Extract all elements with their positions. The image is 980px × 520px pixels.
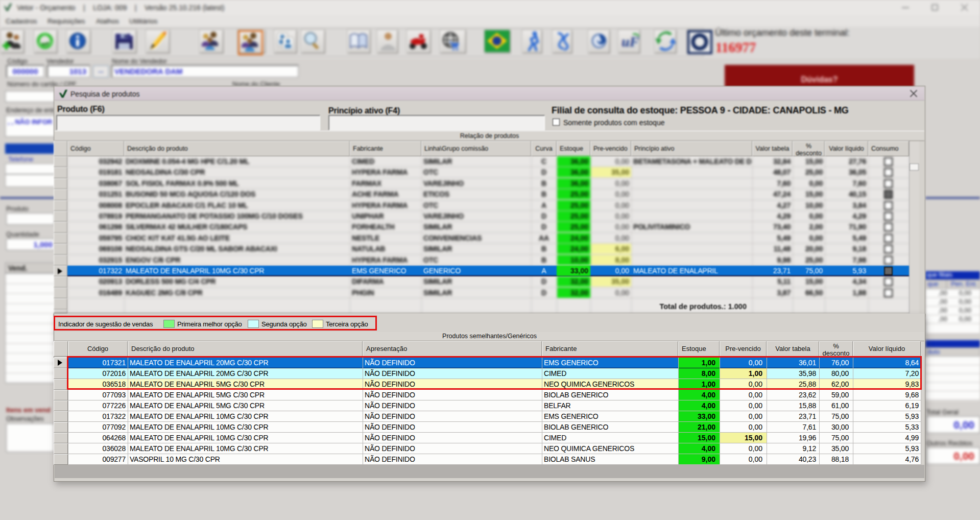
svg-text:uF: uF (622, 34, 639, 50)
